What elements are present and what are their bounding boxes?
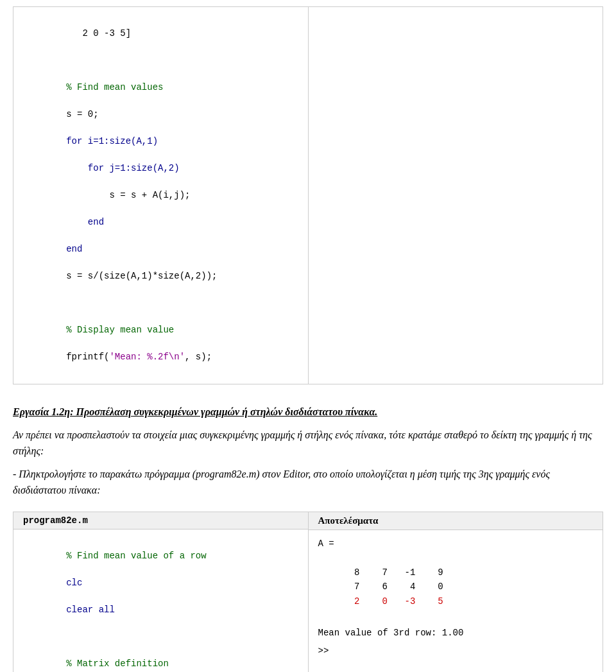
lower-comment-2: % Matrix definition — [66, 659, 169, 669]
code-line-7: s = s/(size(A,1)*size(A,2)); — [66, 271, 217, 281]
m3-3: -3 — [393, 594, 415, 608]
code-fprintf-suffix: , s); — [185, 352, 212, 362]
lower-comment-1: % Find mean value of a row — [66, 551, 206, 561]
prompt-line: >> — [318, 644, 594, 658]
matrix-row-2: 7 6 4 0 — [318, 580, 594, 594]
lower-clc: clc — [66, 578, 82, 588]
lower-code-block: % Find mean value of a row clc clear all… — [23, 536, 298, 672]
paragraph1: Αν πρέπει να προσπελαστούν τα στοιχεία μ… — [13, 427, 603, 460]
matrix-row-3: 2 0 -3 5 — [318, 594, 594, 608]
lower-clearall: clear all — [66, 605, 115, 615]
mean-value-line: Mean value of 3rd row: 1.00 — [318, 626, 594, 640]
bullet-text: - Πληκτρολογήστε το παρακάτω πρόγραμμα (… — [13, 466, 603, 499]
m2-4: 0 — [421, 580, 443, 594]
m1-2: 7 — [365, 565, 388, 580]
m3-4: 5 — [421, 594, 443, 608]
code-end-1: end — [88, 217, 104, 227]
text-section: Εργασία 1.2η: Προσπέλαση συγκεκριμένων γ… — [13, 404, 603, 499]
page: 2 0 -3 5] % Find mean values s = 0; for … — [0, 0, 616, 672]
matrix-output: A = 8 7 -1 9 7 6 4 0 2 0 -3 — [318, 537, 594, 658]
top-code-section: 2 0 -3 5] % Find mean values s = 0; for … — [13, 6, 603, 384]
heading-paragraph: Εργασία 1.2η: Προσπέλαση συγκεκριμένων γ… — [13, 404, 603, 420]
code-line-2: s = 0; — [66, 109, 98, 119]
m1-1: 8 — [338, 565, 360, 580]
var-assignment: A = — [318, 537, 594, 551]
code-line-4b: for j=1:size(A,2) — [88, 163, 180, 173]
matrix-row-1: 8 7 -1 9 — [318, 565, 594, 580]
code-line-1: 2 0 -3 5] — [66, 28, 131, 39]
code-line-6 — [66, 217, 88, 227]
code-end-2: end — [66, 244, 82, 254]
m2-3: 4 — [393, 580, 415, 594]
code-line-5: s = s + A(i,j); — [66, 190, 190, 200]
code-line-3: for i=1:size(A,1) — [66, 136, 158, 146]
code-fprintf-prefix: fprintf( — [66, 352, 109, 362]
m1-3: -1 — [393, 565, 415, 580]
m2-1: 7 — [338, 580, 360, 594]
lower-output-panel: Αποτελέσματα A = 8 7 -1 9 7 6 4 0 2 — [309, 512, 603, 672]
code-comment-2: % Display mean value — [66, 325, 174, 335]
m1-4: 9 — [421, 565, 443, 580]
code-comment-1: % Find mean values — [66, 82, 163, 92]
code-panel-title: program82e.m — [13, 512, 308, 530]
top-code-block: 2 0 -3 5] % Find mean values s = 0; for … — [23, 13, 298, 377]
heading-label: Εργασία 1.2η: Προσπέλαση συγκεκριμένων γ… — [13, 406, 377, 417]
output-panel-title: Αποτελέσματα — [309, 512, 603, 530]
m3-2: 0 — [365, 594, 388, 608]
m3-1: 2 — [338, 594, 360, 608]
lower-section: program82e.m % Find mean value of a row … — [13, 512, 603, 672]
code-line-4 — [66, 163, 88, 173]
top-output-panel — [309, 7, 603, 384]
code-fprintf-string: 'Mean: %.2f\n' — [109, 352, 185, 362]
m2-2: 6 — [365, 580, 388, 594]
top-code-panel: 2 0 -3 5] % Find mean values s = 0; for … — [13, 7, 309, 384]
lower-code-panel: program82e.m % Find mean value of a row … — [13, 512, 309, 672]
